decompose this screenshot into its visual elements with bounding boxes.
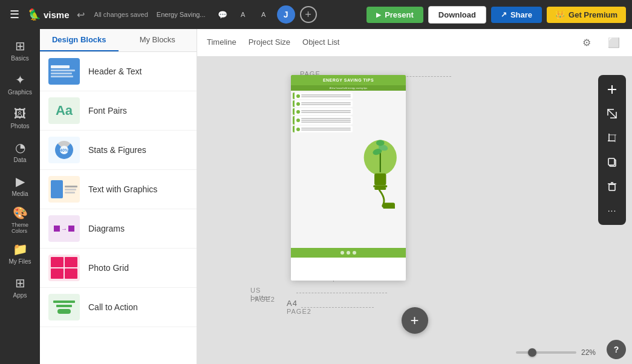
sidebar-item-theme-colors[interactable]: 🎨 ThemeColors	[3, 203, 37, 236]
block-call-to-action[interactable]: Call to Action	[40, 288, 197, 327]
document-preview[interactable]: ENERGY SAVING TIPS A few household energ…	[291, 75, 406, 281]
block-stats-figures-label: Stats & Figures	[88, 145, 146, 155]
sidebar-files-label: My Files	[8, 258, 31, 265]
tip-row-1	[293, 93, 353, 99]
get-premium-button[interactable]: 👑 Get Premium	[547, 7, 626, 23]
tab-project-size[interactable]: Project Size	[249, 34, 290, 51]
block-diagrams[interactable]: → Diagrams	[40, 209, 197, 249]
text-aa-icon[interactable]: A	[255, 6, 272, 23]
us-letter-dashed	[296, 293, 387, 293]
sidebar-item-basics[interactable]: ⊞ Basics	[3, 34, 37, 67]
page2b-text: PAGE2	[287, 308, 311, 315]
delete-button[interactable]	[601, 175, 623, 197]
block-stats-figures-thumb: 40%	[48, 137, 80, 163]
apps-icon: ⊞	[15, 276, 25, 290]
sidebar-item-my-files[interactable]: 📁 My Files	[3, 237, 37, 270]
infographic-body	[291, 91, 406, 248]
basics-icon: ⊞	[15, 39, 25, 53]
sidebar-item-data[interactable]: ◔ Data	[3, 135, 37, 168]
avatar[interactable]: J	[277, 5, 295, 24]
logo-bird-icon: 🦜	[28, 8, 41, 21]
sidebar-item-graphics[interactable]: ✦ Graphics	[3, 68, 37, 100]
share-label: Share	[510, 10, 532, 19]
share-button[interactable]: ↗ Share	[491, 7, 542, 23]
download-button[interactable]: Download	[428, 6, 486, 24]
logo-text: visme	[44, 10, 70, 20]
infographic-subheader: A few household energy saving tips	[291, 85, 406, 91]
photos-icon: 🖼	[14, 107, 26, 121]
crown-icon: 👑	[555, 10, 565, 19]
block-text-graphics[interactable]: Text with Graphics	[40, 170, 197, 209]
tab-object-list[interactable]: Object List	[302, 34, 339, 51]
add-collaborator-button[interactable]: +	[300, 6, 317, 23]
canvas-content[interactable]: PAGE 1 ENERGY SAVING TIPS A few househol…	[197, 57, 632, 364]
tab-timeline[interactable]: Timeline	[207, 34, 236, 51]
a4-text: A4	[287, 299, 298, 308]
block-header-text-thumb	[48, 58, 80, 85]
infographic-footer	[291, 248, 406, 258]
premium-label: Get Premium	[568, 10, 617, 19]
resize-button[interactable]	[601, 103, 623, 125]
zoom-slider[interactable]	[516, 351, 576, 354]
present-button[interactable]: Present	[366, 7, 423, 23]
topbar: ☰ 🦜 visme ↩ All changes saved Energy Sav…	[0, 0, 632, 29]
tip-row-4	[293, 116, 353, 125]
menu-icon[interactable]: ☰	[6, 5, 23, 24]
sidebar-graphics-label: Graphics	[8, 89, 32, 96]
my-files-icon: 📁	[13, 242, 28, 256]
copy-icon	[607, 157, 617, 167]
add-page-button[interactable]: +	[402, 307, 428, 334]
infographic-tips-list	[291, 91, 354, 248]
tab-my-blocks[interactable]: My Blocks	[119, 29, 197, 51]
more-options-button[interactable]: ···	[601, 200, 623, 221]
delete-icon	[607, 181, 617, 192]
sidebar-item-photos[interactable]: 🖼 Photos	[3, 102, 37, 134]
present-preview-icon[interactable]: ⬜	[605, 34, 622, 51]
svg-rect-18	[609, 184, 615, 190]
block-text-graphics-thumb	[48, 176, 80, 203]
media-icon: ▶	[16, 174, 25, 189]
bulb-plant-graphic	[357, 130, 404, 209]
block-text-graphics-label: Text with Graphics	[88, 184, 157, 194]
block-header-text[interactable]: Header & Text	[40, 52, 197, 91]
text-a-icon[interactable]: A	[235, 6, 252, 23]
autosave-status: All changes saved	[94, 11, 148, 18]
block-font-pairs[interactable]: Aa Font Pairs	[40, 91, 197, 131]
zoom-bar: 22%	[516, 348, 596, 357]
zoom-thumb[interactable]	[528, 348, 536, 357]
settings-icon[interactable]: ⚙	[580, 34, 593, 51]
block-font-pairs-thumb: Aa	[48, 97, 80, 124]
svg-rect-8	[383, 203, 394, 209]
block-font-pairs-label: Font Pairs	[88, 106, 127, 115]
zoom-value: 22%	[581, 348, 596, 357]
topbar-icons: 💬 A A	[214, 6, 272, 23]
theme-colors-icon: 🎨	[13, 206, 28, 220]
sidebar-item-apps[interactable]: ⊞ Apps	[3, 271, 37, 304]
tip-dot	[296, 110, 300, 114]
tab-design-blocks[interactable]: Design Blocks	[40, 29, 119, 51]
block-photo-grid[interactable]: Photo Grid	[40, 249, 197, 288]
sidebar-theme-label: ThemeColors	[11, 222, 28, 234]
project-title[interactable]: Energy Saving...	[157, 11, 206, 18]
tip-dot	[296, 94, 300, 98]
svg-point-7	[376, 140, 384, 146]
comment-icon[interactable]: 💬	[214, 6, 231, 23]
tip-row-5	[293, 126, 353, 132]
blocks-list: Header & Text Aa Font Pairs 40% Stats & …	[40, 52, 197, 364]
help-button[interactable]: ?	[607, 340, 626, 359]
graphics-icon: ✦	[15, 73, 25, 87]
block-header-text-label: Header & Text	[88, 67, 142, 76]
block-stats-figures[interactable]: 40% Stats & Figures	[40, 131, 197, 170]
add-element-button[interactable]	[601, 79, 623, 100]
resize-icon	[607, 108, 617, 119]
a4-dashed	[301, 307, 374, 308]
block-cta-thumb	[48, 294, 80, 320]
infographic-graphic	[354, 91, 406, 248]
crop-button[interactable]	[601, 127, 623, 149]
copy-button[interactable]	[601, 151, 623, 173]
undo-icon[interactable]: ↩	[74, 7, 87, 23]
blocks-panel: Design Blocks My Blocks Header & Text	[40, 29, 197, 364]
right-toolbar: ···	[598, 75, 626, 225]
sidebar-item-media[interactable]: ▶ Media	[3, 169, 37, 202]
data-icon: ◔	[15, 140, 25, 155]
